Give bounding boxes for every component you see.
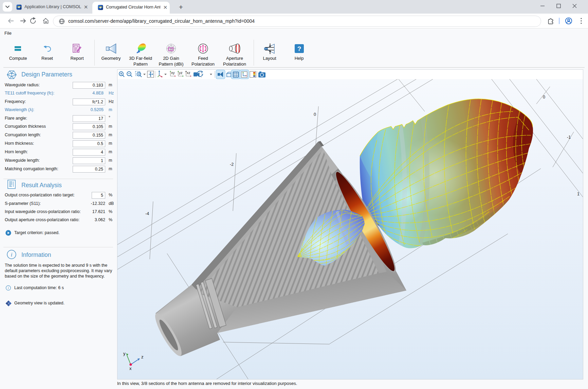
- svg-text:i: i: [8, 286, 9, 290]
- svg-text:yz: yz: [179, 71, 183, 75]
- svg-text:-4: -4: [145, 211, 149, 216]
- svg-text:1: 1: [577, 192, 580, 196]
- svg-text:-1: -1: [567, 135, 571, 140]
- svg-text:0: 0: [314, 112, 316, 117]
- svg-text:xy: xy: [171, 71, 175, 75]
- svg-text:-2: -2: [230, 162, 234, 167]
- svg-text:0: 0: [543, 95, 545, 100]
- svg-text:z: z: [141, 354, 144, 359]
- svg-text:i: i: [11, 251, 13, 258]
- svg-text:x: x: [129, 366, 132, 371]
- svg-text:y: y: [123, 351, 126, 356]
- svg-text:?: ?: [297, 45, 301, 52]
- svg-text:xz: xz: [187, 71, 190, 75]
